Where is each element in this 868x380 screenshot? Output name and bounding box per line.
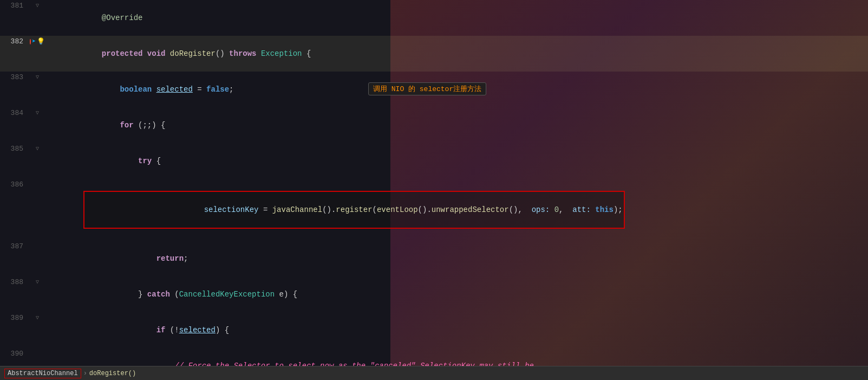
- fold-383: ▽: [36, 72, 39, 83]
- override-annotation: @Override: [83, 14, 142, 22]
- closing-388: }: [83, 290, 147, 299]
- paren-open-382: (): [216, 49, 229, 58]
- code-area: 381 ▽ @Override 382 ➤ 💡 protected void d…: [0, 0, 868, 380]
- method-unwrapped: unwrappedSelector: [432, 205, 509, 214]
- regargs-open: (: [373, 205, 377, 214]
- method-eventloop: eventLoop: [377, 205, 418, 214]
- method-doregister: doRegister: [170, 49, 216, 58]
- line-number-383: 383: [0, 72, 30, 83]
- breakpoint-382[interactable]: [30, 39, 31, 44]
- semi-383: ;: [229, 85, 233, 94]
- kw-if-389: if: [83, 326, 170, 334]
- line-content-385: try {: [45, 143, 868, 179]
- line-number-382: 382: [0, 36, 30, 48]
- brace-382: {: [306, 49, 311, 58]
- brace-385: {: [156, 157, 161, 165]
- for-cond: (;;) {: [138, 121, 165, 130]
- gutter-384: ▽: [30, 107, 45, 119]
- code-line-381: 381 ▽ @Override: [0, 0, 868, 36]
- editor-container: 381 ▽ @Override 382 ➤ 💡 protected void d…: [0, 0, 868, 380]
- fold-385: ▽: [36, 143, 39, 155]
- if-close-389: ) {: [216, 326, 229, 334]
- var-selected-389: selected: [179, 326, 216, 334]
- line-content-381: @Override: [45, 0, 868, 36]
- catch-var: e) {: [275, 290, 297, 299]
- line-content-384: for (;;) {: [45, 107, 868, 143]
- kw-try: try: [83, 157, 156, 165]
- var-selected: selected: [156, 85, 193, 94]
- fold-389: ▽: [36, 312, 39, 324]
- var-selectionkey: selectionKey: [131, 205, 258, 214]
- kw-return: return: [83, 254, 184, 263]
- eq-386: =: [258, 205, 272, 214]
- kw-catch: catch: [147, 290, 174, 299]
- gutter-381: ▽: [30, 0, 45, 12]
- kw-protected: protected: [83, 49, 147, 58]
- line-content-388: } catch (CancelledKeyException e) {: [45, 276, 868, 312]
- tooltip-text: 调用 NIO 的 selector注册方法: [373, 85, 481, 93]
- kw-false: false: [206, 85, 229, 94]
- if-open-389: (!: [170, 326, 179, 334]
- line-number-389: 389: [0, 312, 30, 324]
- breadcrumb-separator: ›: [83, 370, 87, 377]
- code-line-384: 384 ▽ for (;;) {: [0, 107, 868, 143]
- kw-void: void: [147, 49, 170, 58]
- line-number-384: 384: [0, 107, 30, 119]
- kw-boolean: boolean: [83, 85, 156, 94]
- code-line-385: 385 ▽ try {: [0, 143, 868, 179]
- param-ops: ops:: [532, 205, 554, 214]
- semi-387: ;: [184, 254, 188, 263]
- line-content-386: selectionKey = javaChannel().register(ev…: [45, 179, 868, 241]
- catch-open: (: [174, 290, 179, 299]
- gutter-382: ➤ 💡: [30, 36, 45, 48]
- gutter-385: ▽: [30, 143, 45, 155]
- bulb-icon-382[interactable]: 💡: [37, 36, 45, 48]
- method-register: register: [336, 205, 372, 214]
- code-line-389: 389 ▽ if (!selected) {: [0, 312, 868, 348]
- parens-386: ().: [322, 205, 336, 214]
- debug-arrow-382: ➤: [32, 36, 36, 48]
- breadcrumb-method: doRegister(): [89, 370, 136, 377]
- breadcrumb-bar: AbstractNioChannel › doRegister(): [0, 366, 868, 380]
- line-number-388: 388: [0, 276, 30, 288]
- close-386: );: [614, 205, 623, 214]
- line-number-390: 390: [0, 348, 30, 360]
- num-zero: 0: [554, 205, 559, 214]
- breadcrumb-class[interactable]: AbstractNioChannel: [4, 369, 81, 378]
- line-number-387: 387: [0, 241, 30, 253]
- kw-throws: throws: [229, 49, 261, 58]
- fold-384: ▽: [36, 107, 39, 119]
- fold-381: ▽: [36, 0, 39, 12]
- param-att: att:: [572, 205, 595, 214]
- line-386-box: selectionKey = javaChannel().register(ev…: [83, 191, 625, 229]
- line-number-385: 385: [0, 143, 30, 155]
- parens-386c: (),: [509, 205, 532, 214]
- line-content-382: protected void doRegister() throws Excep…: [45, 36, 868, 72]
- line-content-389: if (!selected) {: [45, 312, 868, 348]
- gutter-388: ▽: [30, 276, 45, 288]
- equals-383: =: [193, 85, 206, 94]
- method-javachannel: javaChannel: [272, 205, 322, 214]
- exception-cancelled: CancelledKeyException: [179, 290, 275, 299]
- kw-for: for: [83, 121, 138, 130]
- exception-type: Exception: [261, 49, 306, 58]
- code-line-382: 382 ➤ 💡 protected void doRegister() thro…: [0, 36, 868, 72]
- gutter-389: ▽: [30, 312, 45, 324]
- kw-this: this: [595, 205, 614, 214]
- gutter-383: ▽: [30, 72, 45, 83]
- line-number-386: 386: [0, 179, 30, 191]
- chinese-tooltip: 调用 NIO 的 selector注册方法: [368, 82, 486, 95]
- parens-386b: ().: [418, 205, 432, 214]
- code-line-388: 388 ▽ } catch (CancelledKeyException e) …: [0, 276, 868, 312]
- code-line-386: 386 selectionKey = javaChannel().registe…: [0, 179, 868, 241]
- code-line-387: 387 return;: [0, 241, 868, 276]
- fold-388: ▽: [36, 276, 39, 288]
- comma-386: ,: [559, 205, 572, 214]
- line-number-381: 381: [0, 0, 30, 12]
- line-content-387: return;: [45, 241, 868, 276]
